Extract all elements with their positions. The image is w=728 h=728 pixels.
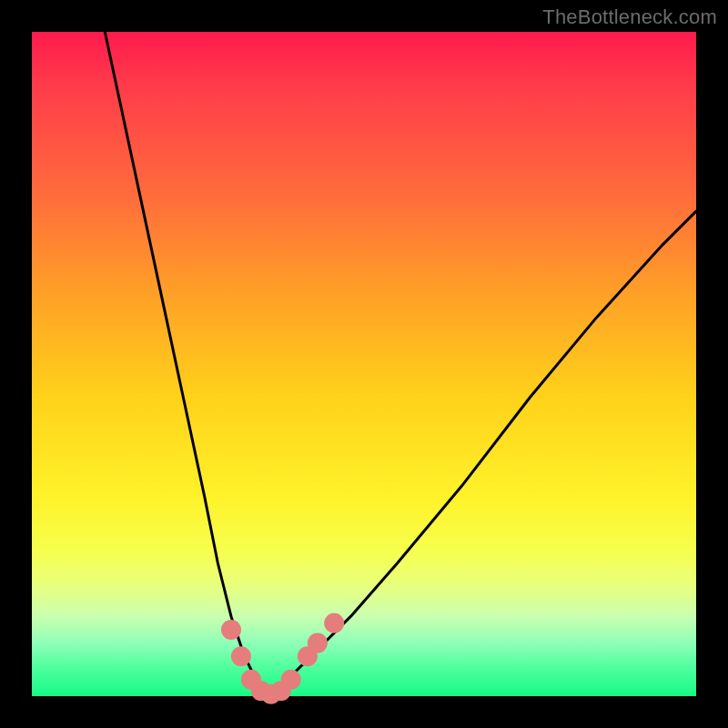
svg-point-0 bbox=[221, 620, 241, 640]
chart-frame: TheBottleneck.com bbox=[0, 0, 728, 728]
svg-point-6 bbox=[281, 670, 301, 690]
chart-svg bbox=[32, 32, 696, 696]
svg-point-1 bbox=[231, 646, 251, 666]
highlight-dots bbox=[221, 613, 344, 704]
svg-point-9 bbox=[324, 613, 344, 633]
watermark-text: TheBottleneck.com bbox=[542, 5, 717, 29]
chart-plot-area bbox=[32, 32, 696, 696]
bottleneck-curve bbox=[105, 32, 696, 696]
svg-point-8 bbox=[308, 633, 328, 653]
